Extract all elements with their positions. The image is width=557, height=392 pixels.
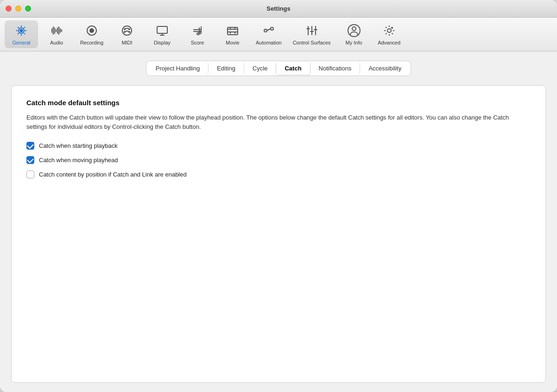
toolbar-item-general[interactable]: General — [5, 20, 38, 48]
close-button[interactable] — [6, 6, 12, 12]
checkbox-row-catch-playback: Catch when starting playback — [26, 142, 531, 150]
section-title: Catch mode default settings — [26, 99, 531, 107]
automation-icon — [261, 23, 276, 38]
svg-point-3 — [89, 28, 94, 33]
toolbar-item-automation[interactable]: Automation — [251, 20, 286, 48]
checkbox-label-catch-playback: Catch when starting playback — [39, 142, 118, 149]
toolbar-label-automation: Automation — [256, 40, 282, 45]
my-info-icon — [347, 23, 361, 38]
checkbox-label-catch-playhead: Catch when moving playhead — [39, 157, 118, 164]
svg-point-21 — [387, 29, 391, 32]
checkbox-catch-playhead[interactable] — [26, 156, 34, 164]
toolbar-item-display[interactable]: Display — [146, 20, 179, 48]
toolbar: General Audio Recording — [0, 18, 557, 51]
toolbar-label-general: General — [12, 40, 30, 45]
settings-window: Settings General Au — [0, 0, 557, 392]
toolbar-label-display: Display — [154, 40, 171, 45]
svg-point-5 — [124, 28, 126, 30]
traffic-lights — [6, 6, 31, 12]
svg-point-6 — [128, 28, 130, 30]
checkbox-row-catch-position: Catch content by position if Catch and L… — [26, 171, 531, 178]
subtab-notifications[interactable]: Notifications — [310, 62, 361, 75]
toolbar-label-advanced: Advanced — [378, 40, 400, 45]
svg-point-19 — [352, 27, 356, 31]
subtab-catch[interactable]: Catch — [276, 62, 310, 75]
svg-point-0 — [20, 29, 23, 32]
svg-point-8 — [128, 31, 130, 33]
toolbar-label-score: Score — [191, 40, 204, 45]
audio-icon — [49, 23, 64, 38]
maximize-button[interactable] — [25, 6, 31, 12]
toolbar-item-audio[interactable]: Audio — [40, 20, 73, 48]
toolbar-label-control-surfaces: Control Surfaces — [293, 40, 331, 45]
toolbar-item-my-info[interactable]: My Info — [337, 20, 371, 48]
subtab-cycle[interactable]: Cycle — [244, 62, 277, 75]
minimize-button[interactable] — [15, 6, 21, 12]
toolbar-item-movie[interactable]: Movie — [216, 20, 249, 48]
score-icon — [190, 23, 205, 38]
svg-rect-10 — [228, 27, 238, 35]
title-bar: Settings — [0, 0, 557, 18]
subtab-bar: Project Handling Editing Cycle Catch Not… — [146, 61, 411, 76]
svg-point-7 — [124, 31, 126, 33]
toolbar-label-audio: Audio — [50, 40, 63, 45]
recording-icon — [84, 23, 99, 38]
advanced-icon — [382, 23, 397, 38]
movie-icon — [225, 23, 240, 38]
checkbox-label-catch-position: Catch content by position if Catch and L… — [39, 171, 187, 178]
general-icon — [14, 23, 29, 38]
window-title: Settings — [266, 5, 290, 12]
toolbar-item-advanced[interactable]: Advanced — [373, 20, 406, 48]
checkbox-catch-position[interactable] — [26, 171, 34, 178]
subtab-accessibility[interactable]: Accessibility — [360, 62, 410, 75]
toolbar-item-control-surfaces[interactable]: Control Surfaces — [288, 20, 335, 48]
content-panel: Catch mode default settings Editors with… — [11, 85, 546, 383]
toolbar-item-midi[interactable]: MIDI — [110, 20, 144, 48]
svg-point-22 — [391, 27, 393, 29]
checkbox-catch-playback[interactable] — [26, 142, 34, 150]
midi-icon — [120, 23, 134, 38]
checkbox-row-catch-playhead: Catch when moving playhead — [26, 156, 531, 164]
control-surfaces-icon — [304, 23, 319, 38]
subtab-project-handling[interactable]: Project Handling — [147, 62, 209, 75]
main-content: Project Handling Editing Cycle Catch Not… — [0, 51, 557, 392]
svg-rect-9 — [157, 26, 167, 33]
subtab-editing[interactable]: Editing — [209, 62, 244, 75]
display-icon — [155, 23, 170, 38]
section-description: Editors with the Catch button will updat… — [26, 113, 513, 132]
toolbar-item-recording[interactable]: Recording — [75, 20, 108, 48]
toolbar-label-my-info: My Info — [346, 40, 362, 45]
toolbar-label-movie: Movie — [226, 40, 239, 45]
toolbar-item-score[interactable]: Score — [181, 20, 214, 48]
toolbar-label-midi: MIDI — [121, 40, 132, 45]
toolbar-label-recording: Recording — [80, 40, 103, 45]
